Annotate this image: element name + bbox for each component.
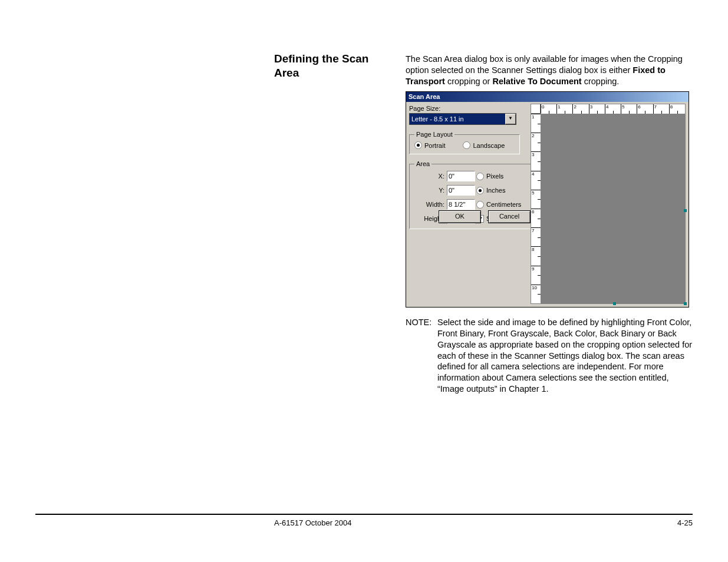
ruler-tick: 0 (542, 104, 544, 110)
page-size-dropdown[interactable]: Letter - 8.5 x 11 in ▼ (409, 113, 516, 125)
ruler-tick: 6 (532, 209, 534, 214)
y-label: Y: (414, 187, 447, 194)
radio-icon (463, 141, 470, 149)
ruler-tick: 4 (532, 171, 534, 177)
landscape-label: Landscape (473, 142, 505, 149)
page-size-label: Page Size: (409, 105, 527, 112)
landscape-radio[interactable]: Landscape (463, 141, 505, 149)
pixels-radio[interactable]: Pixels (476, 173, 529, 180)
inches-radio[interactable]: Inches (476, 187, 529, 194)
footer-page-number: 4-25 (677, 518, 693, 527)
ruler-tick: 5 (532, 190, 534, 196)
ruler-tick: 4 (606, 104, 608, 110)
resize-handle[interactable] (613, 302, 616, 305)
ruler-tick: 8 (670, 104, 673, 110)
footer-left: A-61517 October 2004 (274, 518, 352, 527)
section-heading: Defining the Scan Area (274, 52, 392, 80)
footer-rule (35, 514, 693, 515)
chevron-down-icon[interactable]: ▼ (505, 114, 516, 124)
x-input[interactable]: 0" (447, 171, 475, 181)
page-layout-group: Page Layout Portrait Landscape (409, 131, 520, 154)
ruler-tick: 8 (532, 247, 534, 252)
ruler-tick: 2 (574, 104, 576, 110)
intro-text-mid: cropping or (445, 77, 493, 86)
cancel-button[interactable]: Cancel (488, 210, 531, 223)
portrait-label: Portrait (424, 142, 445, 149)
preview-pane: 0 1 2 3 4 5 6 7 8 1 2 3 4 5 6 7 8 9 10 (531, 104, 686, 304)
note-label: NOTE: (406, 317, 437, 395)
ruler-tick: 5 (622, 104, 624, 110)
resize-handle[interactable] (684, 209, 687, 212)
ruler-tick: 6 (638, 104, 640, 110)
y-input[interactable]: 0" (447, 185, 475, 196)
inches-label: Inches (486, 187, 505, 194)
radio-icon (476, 173, 484, 180)
page-layout-legend: Page Layout (414, 131, 454, 138)
vertical-ruler: 1 2 3 4 5 6 7 8 9 10 (531, 113, 541, 304)
centimeters-radio[interactable]: Centimeters (476, 201, 529, 209)
radio-icon (414, 141, 422, 149)
ruler-tick: 9 (532, 266, 534, 272)
ok-button[interactable]: OK (439, 210, 481, 223)
scan-area-dialog: Scan Area Page Size: Letter - 8.5 x 11 i… (406, 91, 689, 308)
radio-icon (476, 201, 484, 209)
centimeters-label: Centimeters (486, 201, 521, 208)
width-label: Width: (414, 201, 447, 208)
intro-bold-2: Relative To Document (492, 77, 581, 86)
horizontal-ruler: 0 1 2 3 4 5 6 7 8 (540, 104, 686, 114)
x-label: X: (414, 173, 447, 180)
preview-canvas[interactable] (541, 114, 686, 304)
ruler-tick: 7 (654, 104, 657, 110)
note-block: NOTE: Select the side and image to be de… (406, 317, 694, 395)
ruler-tick: 3 (532, 152, 534, 157)
intro-paragraph: The Scan Area dialog box is only availab… (406, 54, 694, 87)
width-input[interactable]: 8 1/2" (447, 199, 475, 210)
resize-handle[interactable] (684, 302, 687, 305)
intro-text-post: cropping. (582, 77, 620, 86)
ruler-tick: 10 (532, 285, 537, 290)
note-text: Select the side and image to be defined … (437, 317, 694, 395)
radio-icon (476, 187, 484, 194)
ruler-tick: 3 (590, 104, 592, 110)
ruler-tick: 1 (532, 114, 534, 120)
portrait-radio[interactable]: Portrait (414, 141, 445, 149)
dialog-titlebar: Scan Area (406, 92, 689, 102)
pixels-label: Pixels (486, 173, 503, 180)
ruler-tick: 1 (558, 104, 560, 110)
ruler-tick: 7 (532, 228, 534, 233)
page-size-value: Letter - 8.5 x 11 in (410, 115, 505, 123)
area-legend: Area (414, 160, 431, 167)
ruler-tick: 2 (532, 133, 534, 138)
